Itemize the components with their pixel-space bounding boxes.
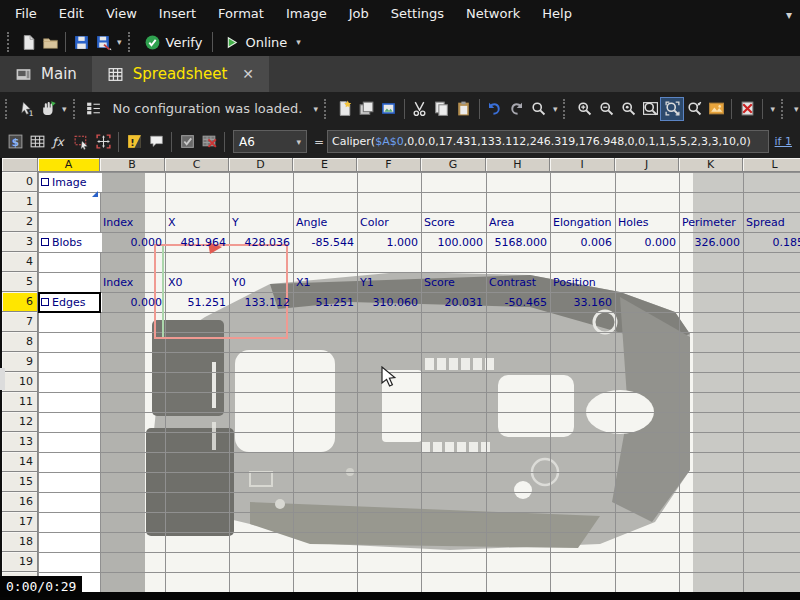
row-header-9[interactable]: 9 xyxy=(2,352,38,372)
toggle-overlay-icon[interactable]: ! xyxy=(123,131,145,153)
dropdown-chevron-icon[interactable]: ▾ xyxy=(59,104,70,114)
formula-link[interactable]: if 1 xyxy=(775,135,792,148)
menu-item-network[interactable]: Network xyxy=(455,0,531,28)
tab-spreadsheet[interactable]: Spreadsheet✕ xyxy=(92,56,269,92)
open-job-icon[interactable] xyxy=(39,31,61,53)
menu-item-view[interactable]: View xyxy=(95,0,148,28)
cell-C3[interactable]: 481.964 xyxy=(166,233,229,252)
new-snippet-icon[interactable] xyxy=(334,98,356,120)
cell-K3[interactable]: 326.000 xyxy=(680,233,743,252)
cell-reference-box[interactable]: A6 ▾ xyxy=(233,130,307,153)
undo-icon[interactable] xyxy=(484,98,506,120)
column-header-I[interactable]: I xyxy=(550,158,615,172)
dropdown-chevron-icon[interactable]: ▾ xyxy=(310,104,321,114)
toolbar-grip[interactable] xyxy=(128,32,133,52)
find-icon[interactable] xyxy=(528,98,550,120)
cell-L3[interactable]: 0.185 xyxy=(744,233,800,252)
cell-E5[interactable]: X1 xyxy=(294,273,359,292)
formula-input[interactable]: Caliper($A$0,0,0,0,17.431,133.112,246.31… xyxy=(327,130,769,153)
column-header-D[interactable]: D xyxy=(229,158,293,172)
dropdown-chevron-icon[interactable]: ▾ xyxy=(791,104,800,114)
row-header-17[interactable]: 17 xyxy=(2,512,38,532)
cell-K2[interactable]: Perimeter xyxy=(680,213,745,232)
zoom-window-icon[interactable] xyxy=(639,98,661,120)
toolbar-grip[interactable] xyxy=(563,99,568,119)
row-header-8[interactable]: 8 xyxy=(2,332,38,352)
new-document-icon[interactable] xyxy=(17,31,39,53)
toolbar-grip[interactable] xyxy=(5,99,10,119)
menu-item-settings[interactable]: Settings xyxy=(380,0,455,28)
menu-item-file[interactable]: File xyxy=(4,0,48,28)
verify-button[interactable]: Verify xyxy=(138,34,209,51)
cell-E6[interactable]: 51.251 xyxy=(294,293,357,312)
row-header-3[interactable]: 3 xyxy=(2,232,38,252)
tab-main[interactable]: Main xyxy=(0,56,92,92)
row-header-1[interactable]: 1 xyxy=(2,192,38,212)
cell-E2[interactable]: Angle xyxy=(294,213,359,232)
show-image-icon[interactable] xyxy=(705,98,727,120)
cell-F3[interactable]: 1.000 xyxy=(358,233,421,252)
zoom-in-icon[interactable] xyxy=(573,98,595,120)
paste-image-icon[interactable] xyxy=(378,98,400,120)
row-header-5[interactable]: 5 xyxy=(2,272,38,292)
row-header-16[interactable]: 16 xyxy=(2,492,38,512)
cell-F6[interactable]: 310.060 xyxy=(358,293,421,312)
column-header-E[interactable]: E xyxy=(293,158,357,172)
row-header-4[interactable]: 4 xyxy=(2,252,38,272)
cell-G5[interactable]: Score xyxy=(422,273,488,292)
row-header-2[interactable]: 2 xyxy=(2,212,38,232)
cell-I6[interactable]: 33.160 xyxy=(551,293,615,312)
cell-C6[interactable]: 51.251 xyxy=(166,293,229,312)
cell-A3[interactable]: Blobs xyxy=(39,233,102,252)
tab-overflow-chevron[interactable]: ▾ xyxy=(786,8,792,22)
cell-C2[interactable]: X xyxy=(166,213,231,232)
delete-cell-icon[interactable] xyxy=(198,131,220,153)
maximize-region-icon[interactable] xyxy=(92,131,114,153)
row-header-13[interactable]: 13 xyxy=(2,432,38,452)
row-header-19[interactable]: 19 xyxy=(2,552,38,572)
save-icon[interactable] xyxy=(70,31,92,53)
comment-icon[interactable] xyxy=(145,131,167,153)
clear-image-icon[interactable] xyxy=(736,98,758,120)
column-header-B[interactable]: B xyxy=(100,158,165,172)
cell-D6[interactable]: 133.112 xyxy=(230,293,293,312)
column-header-A[interactable]: A xyxy=(38,158,100,172)
column-header-J[interactable]: J xyxy=(615,158,679,172)
enable-cell-icon[interactable] xyxy=(176,131,198,153)
pointer-select-icon[interactable]: 1 xyxy=(15,98,37,120)
cell-H2[interactable]: Area xyxy=(487,213,552,232)
menu-item-edit[interactable]: Edit xyxy=(48,0,95,28)
copy-cells-icon[interactable] xyxy=(356,98,378,120)
dropdown-chevron-icon[interactable]: ▾ xyxy=(114,37,125,47)
online-button[interactable]: Online xyxy=(217,34,293,51)
column-header-C[interactable]: C xyxy=(165,158,229,172)
menu-item-help[interactable]: Help xyxy=(531,0,583,28)
toolbar-grip[interactable] xyxy=(781,99,786,119)
row-header-14[interactable]: 14 xyxy=(2,452,38,472)
row-header-18[interactable]: 18 xyxy=(2,532,38,552)
cut-icon[interactable] xyxy=(409,98,431,120)
cell-H5[interactable]: Contrast xyxy=(487,273,552,292)
cell-J3[interactable]: 0.000 xyxy=(616,233,679,252)
menu-item-insert[interactable]: Insert xyxy=(148,0,207,28)
paste-icon[interactable] xyxy=(453,98,475,120)
cell-G6[interactable]: 20.031 xyxy=(422,293,486,312)
cell-F2[interactable]: Color xyxy=(358,213,423,232)
zoom-fit-icon[interactable] xyxy=(661,98,683,120)
cell-C5[interactable]: X0 xyxy=(166,273,231,292)
cell-B3[interactable]: 0.000 xyxy=(101,233,165,252)
toolbar-grip[interactable] xyxy=(324,99,329,119)
row-header-15[interactable]: 15 xyxy=(2,472,38,492)
cell-G3[interactable]: 100.000 xyxy=(422,233,486,252)
cell-D3[interactable]: 428.036 xyxy=(230,233,293,252)
menu-item-job[interactable]: Job xyxy=(338,0,380,28)
dropdown-chevron-icon[interactable]: ▾ xyxy=(767,104,778,114)
redo-icon[interactable] xyxy=(506,98,528,120)
dropdown-chevron-icon[interactable]: ▾ xyxy=(293,37,304,47)
tab-close-icon[interactable]: ✕ xyxy=(242,66,254,82)
cell-G2[interactable]: Score xyxy=(422,213,488,232)
cell-D2[interactable]: Y xyxy=(230,213,295,232)
insert-function-icon[interactable]: ƒx xyxy=(48,131,70,153)
column-header-G[interactable]: G xyxy=(421,158,486,172)
cell-L2[interactable]: Spread xyxy=(744,213,800,232)
